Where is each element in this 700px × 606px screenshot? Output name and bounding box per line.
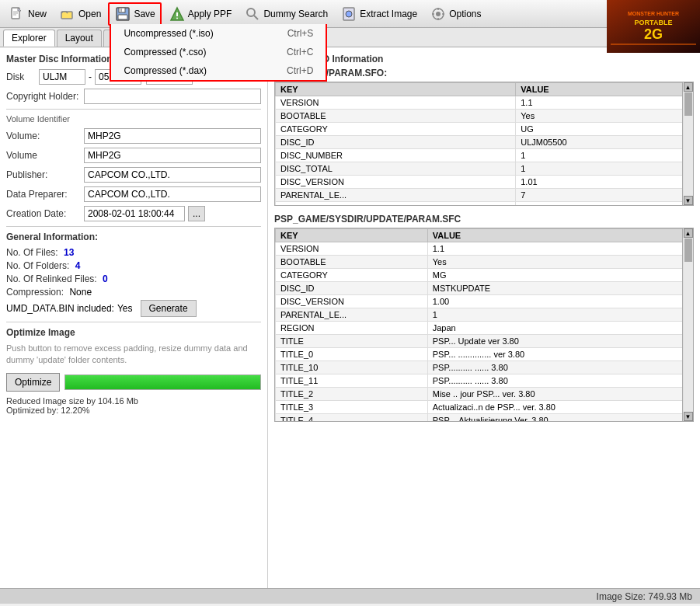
table2-key-cell: TITLE_0 [276,348,428,361]
volume1-input[interactable] [84,128,261,144]
dummy-search-label: Dummy Search [263,9,328,19]
save-label: Save [134,9,155,19]
save-compressed-dax[interactable]: Compressed (*.dax) Ctrl+D [111,61,326,80]
table-row: PARENTAL_LE...7 [276,189,693,202]
table2-value-cell: MG [427,269,692,282]
table2-key-cell: PARENTAL_LE... [276,308,428,322]
open-button[interactable]: Open [54,3,106,25]
scroll-thumb2 [684,239,692,262]
browse-button[interactable]: ... [188,206,205,221]
files-label: No. Of Files: [6,247,58,258]
table1-title: PSP_GAME/PARAM.SFO: [274,68,694,78]
table2-value-cell: Japan [427,322,692,335]
table2-key-cell: TITLE_10 [276,361,428,374]
table2-scrollbar[interactable]: ▲ ▼ [682,228,693,421]
table1-key-cell: BOOTABLE [276,110,516,123]
data-preparer-row: Data Preparer: [6,186,261,202]
tab-layout[interactable]: Layout [57,30,102,47]
table-row: VERSION1.1 [276,96,693,110]
generate-button[interactable]: Generate [141,300,197,317]
statusbar: Image Size: 749.93 Mb [0,588,700,604]
table2-value-cell: Mise .. jour PSP... ver. 3.80 [427,388,692,401]
table-row: VERSION1.1 [276,242,693,256]
extract-image-icon [340,5,357,23]
folders-label: No. Of Folders: [6,260,69,271]
apply-ppf-icon [169,5,186,23]
table2-key-cell: TITLE [276,335,428,348]
table2-wrap: KEY VALUE VERSION1.1BOOTABLEYesCATEGORYM… [274,228,694,422]
table2-value-cell: PSP.......... ...... 3.80 [427,374,692,388]
scroll-up-arrow2[interactable]: ▲ [684,228,693,238]
scroll-down-arrow2[interactable]: ▼ [684,412,693,421]
table-row: BOOTABLEYes [276,256,693,269]
volume2-input[interactable] [84,148,261,163]
svg-text:MONSTER HUNTER: MONSTER HUNTER [628,11,679,16]
volume-identifier-title: Volume Identifier [6,114,261,124]
table2-key-cell: VERSION [276,242,428,256]
table-row: TITLE_2Mise .. jour PSP... ver. 3.80 [276,388,693,401]
svg-point-16 [346,11,352,17]
options-icon [430,5,447,23]
table1-value-cell: ULJM05500 [516,136,693,149]
table-row: DISC_VERSION1.00 [276,295,693,308]
optimize-button[interactable]: Optimize [6,373,60,392]
creation-date-input[interactable] [84,206,185,221]
compression-row: Compression: None [6,287,261,298]
table1-value-cell: 1.01 [516,176,693,189]
copyright-input[interactable] [84,89,261,104]
files-row: No. Of Files: 13 [6,247,261,258]
dummy-search-icon [244,5,261,23]
data-preparer-input[interactable] [84,186,261,202]
dummy-search-button[interactable]: Dummy Search [239,3,333,25]
scroll-down-arrow[interactable]: ▼ [684,196,693,205]
svg-text:2G: 2G [644,26,663,42]
options-label: Options [449,9,481,19]
table-row: TITLE_10PSP.......... ...... 3.80 [276,361,693,374]
disk-code1-input[interactable] [39,69,85,85]
extract-image-label: Extract Image [360,9,417,19]
svg-point-12 [176,17,178,19]
extract-image-button[interactable]: Extract Image [335,3,423,25]
tab-explorer[interactable]: Explorer [3,30,55,47]
scroll-up-arrow[interactable]: ▲ [684,82,693,92]
save-button[interactable]: Save [110,4,159,24]
left-panel: Master Disc Information Disk - Copyright… [0,47,268,588]
table2-value-cell: PSP.......... ...... 3.80 [427,361,692,374]
scroll-thumb [684,92,692,116]
relinked-value: 0 [103,273,108,284]
param-sfo-title: PARAM.SFO Information [274,54,694,64]
table2-col-key: KEY [276,229,428,242]
progress-bar-fill [65,375,260,389]
apply-ppf-button[interactable]: Apply PPF [163,3,238,25]
svg-point-13 [247,9,255,16]
table1-key-cell: DISC_ID [276,136,516,149]
table1-value-cell: 1.1 [516,96,693,110]
apply-ppf-label: Apply PPF [188,9,232,19]
table1-value-cell: 3.80 [516,202,693,207]
table-row: TITLE_3Actualizaci..n de PSP... ver. 3.8… [276,401,693,414]
new-label: New [28,9,47,19]
table2-key-cell: TITLE_3 [276,401,428,414]
save-compressed-cso[interactable]: Compressed (*.cso) Ctrl+C [111,43,326,61]
reduced-label: Reduced Image size by 104.16 Mb [6,396,261,406]
relinked-label: No. Of Relinked Files: [6,273,97,284]
table1-value-cell: Yes [516,110,693,123]
table2-col-value: VALUE [427,229,692,242]
table-row: CATEGORYMG [276,269,693,282]
save-icon [114,5,131,23]
table-row: DISC_VERSION1.01 [276,176,693,189]
folders-value: 4 [75,260,81,271]
options-button[interactable]: Options [424,3,486,25]
table-row: DISC_IDMSTKUPDATE [276,282,693,295]
new-button[interactable]: New [3,3,52,25]
scroll-track2 [684,238,693,412]
table1-scrollbar[interactable]: ▲ ▼ [682,82,693,205]
game-logo: MONSTER HUNTER PORTABLE 2G [607,0,700,53]
tabs-bar: Explorer Layout U... [0,28,700,47]
publisher-input[interactable] [84,167,261,183]
save-group: Save Uncompressed (*.iso) Ctrl+S Compres… [108,2,161,26]
table2-key-cell: DISC_ID [276,282,428,295]
umd-label: UMD_DATA.BIN included: [6,303,114,314]
save-uncompressed[interactable]: Uncompressed (*.iso) Ctrl+S [111,24,326,43]
table2-key-cell: BOOTABLE [276,256,428,269]
